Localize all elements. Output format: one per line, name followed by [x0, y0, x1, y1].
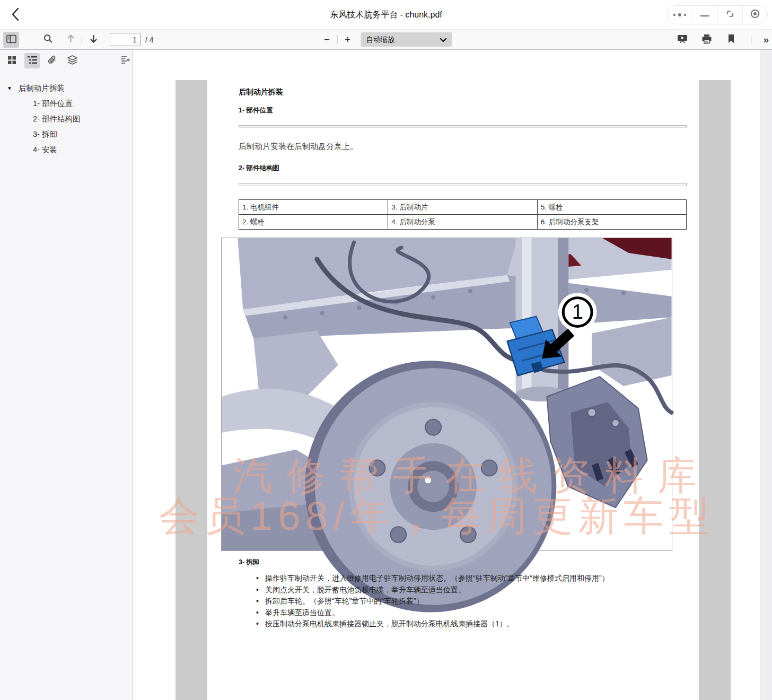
printer-icon	[701, 34, 712, 46]
window-title: 东风技术肮务平台 - chunk.pdf	[0, 0, 772, 30]
outline-item-part-location[interactable]: 1- 部件位置	[0, 96, 132, 111]
outline-current-item-icon	[121, 56, 130, 66]
layers-icon	[67, 55, 77, 66]
section-divider	[239, 183, 687, 186]
outline-view-button[interactable]	[24, 53, 40, 68]
pdf-toolbar: / 4 − + 自动缩放	[0, 30, 772, 50]
table-cell: 5. 螺栓	[537, 200, 686, 215]
page-left-margin	[176, 80, 207, 700]
minimize-icon	[700, 10, 709, 20]
table-cell: 3. 后制动片	[388, 200, 537, 215]
search-icon	[43, 34, 53, 45]
brake-assembly-figure: 1	[221, 238, 672, 551]
brake-caliper	[547, 377, 647, 508]
record-button[interactable]	[742, 6, 767, 24]
table-row: 1. 电机组件 3. 后制动片 5. 螺栓	[239, 200, 687, 215]
presentation-mode-button[interactable]	[674, 32, 690, 48]
restore-button[interactable]	[717, 6, 742, 24]
page-count-label: / 4	[145, 36, 154, 44]
section-divider	[239, 125, 687, 128]
toolbar-separator	[82, 35, 82, 44]
layers-view-button[interactable]	[65, 53, 80, 68]
toolbar-separator	[751, 35, 751, 44]
minimize-button[interactable]	[692, 6, 717, 24]
outline-item-root[interactable]: ▼ 后制动片拆装	[0, 80, 132, 96]
toolbar-zoom-group: − + 自动缩放	[320, 30, 452, 49]
outline-item-removal[interactable]: 3- 拆卸	[0, 127, 132, 142]
sidebar-view-buttons	[0, 50, 132, 72]
thumbnails-view-button[interactable]	[4, 53, 20, 68]
find-button[interactable]	[40, 32, 56, 48]
document-content: 后制动片拆装 1- 部件位置 后制动片安装在后制动盘分泵上。 2- 部件结构图 …	[207, 80, 699, 700]
zoom-scale-value: 自动缩放	[366, 35, 440, 45]
attachments-view-button[interactable]	[45, 53, 60, 68]
toolbar-right-group: »	[674, 30, 769, 49]
sidebar-toggle-icon	[6, 34, 16, 45]
paperclip-icon	[48, 55, 57, 66]
previous-page-button[interactable]	[63, 32, 78, 48]
titlebar: 东风技术肮务平台 - chunk.pdf	[0, 0, 772, 30]
outline-item-part-structure[interactable]: 2- 部件结构图	[0, 111, 132, 127]
table-cell: 4. 后制动分泵	[388, 215, 537, 230]
list-item: 操作驻车制动开关，进入维修用电子驻车制动停用状态。（参照“驻车制动”章节中“维修…	[256, 573, 687, 584]
zoom-in-button[interactable]: +	[341, 34, 355, 46]
section1-heading: 1- 部件位置	[239, 106, 687, 115]
presentation-screen-icon	[677, 34, 688, 45]
list-item: 拆卸后车轮。（参照“车轮”章节中的“车轮拆装”）	[256, 596, 687, 607]
outline-tree: ▼ 后制动片拆装 1- 部件位置 2- 部件结构图 3- 拆卸 4- 安装	[0, 72, 132, 158]
next-page-button[interactable]	[85, 32, 101, 48]
page-title: 后制动片拆装	[239, 88, 687, 97]
arrow-up-icon	[66, 34, 75, 45]
chevron-down-icon	[440, 35, 447, 45]
zoom-out-button[interactable]: −	[320, 34, 334, 46]
current-outline-item-button[interactable]	[118, 53, 133, 68]
table-cell: 6. 后制动分泵支架	[537, 215, 686, 230]
thumbnails-grid-icon	[7, 56, 16, 66]
more-menu-button[interactable]	[668, 6, 692, 24]
zoom-scale-select[interactable]: 自动缩放	[361, 32, 452, 47]
vertical-scrollbar[interactable]	[760, 50, 772, 700]
window-controls	[667, 5, 768, 24]
outline-root-label: 后制动片拆装	[19, 83, 65, 93]
page-number-input[interactable]	[110, 33, 141, 46]
restore-icon	[725, 9, 735, 21]
outline-list-icon	[28, 56, 37, 66]
list-item: 按压制动分泵电机线束插接器锁止夹，脱开制动分泵电机线束插接器（1）。	[256, 618, 687, 630]
more-tools-button[interactable]: »	[763, 34, 769, 45]
pdf-viewer-window: 东风技术肮务平台 - chunk.pdf	[0, 0, 772, 700]
table-cell: 1. 电机组件	[239, 200, 388, 215]
bookmark-icon	[727, 34, 735, 45]
print-button[interactable]	[699, 32, 715, 48]
collapse-triangle-icon[interactable]: ▼	[7, 85, 14, 91]
toolbar-left-group: / 4	[0, 30, 154, 49]
removal-steps-list: 操作驻车制动开关，进入维修用电子驻车制动停用状态。（参照“驻车制动”章节中“维修…	[239, 573, 687, 630]
viewer-container: 后制动片拆装 1- 部件位置 后制动片安装在后制动盘分泵上。 2- 部件结构图 …	[133, 50, 772, 700]
more-dots-icon	[672, 10, 687, 20]
parts-legend-table: 1. 电机组件 3. 后制动片 5. 螺栓 2. 螺栓 4. 后制动分泵 6. …	[239, 199, 687, 230]
target-circle-icon	[750, 8, 760, 21]
list-item: 举升车辆至适当位置。	[256, 607, 687, 619]
callout-number: 1	[572, 301, 583, 323]
table-cell: 2. 螺栓	[239, 215, 388, 230]
page-right-margin	[699, 80, 731, 700]
list-item: 关闭点火开关，脱开蓄电池负极电缆，举升车辆至适当位置。	[256, 584, 687, 596]
toolbar-separator	[337, 35, 338, 44]
toggle-sidebar-button[interactable]	[3, 32, 19, 48]
pdf-page: 后制动片拆装 1- 部件位置 后制动片安装在后制动盘分泵上。 2- 部件结构图 …	[176, 80, 731, 700]
current-view-bookmark-button[interactable]	[723, 32, 739, 48]
section2-heading: 2- 部件结构图	[239, 164, 687, 173]
figure-illustration: 1	[222, 238, 672, 550]
arrow-down-icon	[89, 34, 98, 45]
outline-item-installation[interactable]: 4- 安装	[0, 142, 132, 158]
callout-1-badge: 1	[560, 295, 595, 330]
sidebar: ▼ 后制动片拆装 1- 部件位置 2- 部件结构图 3- 拆卸 4- 安装	[0, 50, 133, 700]
section1-paragraph: 后制动片安装在后制动盘分泵上。	[239, 142, 687, 152]
table-row: 2. 螺栓 4. 后制动分泵 6. 后制动分泵支架	[239, 215, 687, 230]
